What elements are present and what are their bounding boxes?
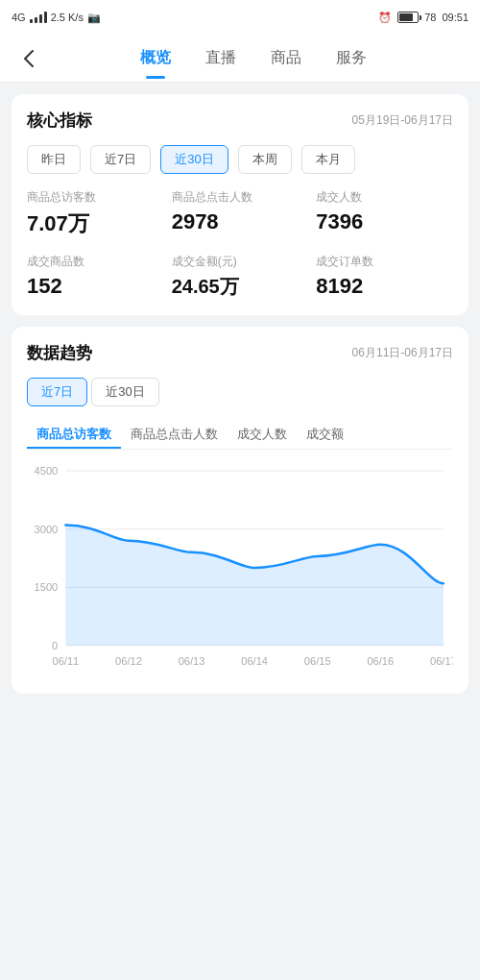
metric-tab-visitors[interactable]: 商品总访客数	[27, 420, 121, 449]
nav-bar: 概览 直播 商品 服务	[0, 35, 480, 83]
metric-sold-products: 成交商品数 152	[27, 254, 164, 300]
filter-yesterday[interactable]: 昨日	[27, 145, 81, 174]
tab-overview[interactable]: 概览	[123, 35, 188, 83]
chart-filter-row: 近7日 近30日	[27, 378, 453, 406]
svg-text:06/11: 06/11	[52, 655, 79, 667]
metric-sales-amount: 成交金额(元) 24.65万	[172, 254, 309, 300]
data-trend-title: 数据趋势	[27, 342, 92, 364]
tab-products[interactable]: 商品	[253, 35, 319, 83]
battery-icon	[397, 12, 419, 23]
data-trend-date: 06月11日-06月17日	[352, 345, 453, 361]
metric-order-count: 成交订单数 8192	[316, 254, 453, 300]
carrier-label: 4G	[12, 12, 26, 23]
data-trend-card: 数据趋势 06月11日-06月17日 近7日 近30日 商品总访客数 商品总点击…	[12, 327, 468, 694]
extra-icon: 📷	[87, 12, 101, 24]
core-metrics-header: 核心指标 05月19日-06月17日	[27, 110, 453, 132]
nav-tabs: 概览 直播 商品 服务	[42, 35, 465, 83]
metric-scroll-tabs: 商品总访客数 商品总点击人数 成交人数 成交额	[27, 420, 453, 450]
filter-7days[interactable]: 近7日	[90, 145, 151, 174]
signal-icon	[30, 12, 47, 23]
svg-text:1500: 1500	[35, 581, 59, 593]
svg-text:06/16: 06/16	[367, 655, 394, 667]
svg-text:06/13: 06/13	[179, 655, 205, 667]
metric-tab-clicks[interactable]: 商品总点击人数	[121, 420, 228, 449]
metric-tab-more[interactable]: 成交额	[297, 420, 353, 449]
data-speed: 2.5 K/s	[51, 12, 84, 23]
core-metrics-card: 核心指标 05月19日-06月17日 昨日 近7日 近30日 本周 本月 商品总…	[12, 94, 468, 315]
core-metrics-title: 核心指标	[27, 110, 92, 132]
battery-percent: 78	[424, 12, 436, 23]
svg-text:4500: 4500	[35, 465, 59, 477]
svg-text:06/14: 06/14	[241, 655, 268, 667]
svg-text:06/15: 06/15	[304, 655, 331, 667]
main-content: 核心指标 05月19日-06月17日 昨日 近7日 近30日 本周 本月 商品总…	[0, 83, 480, 705]
svg-text:0: 0	[52, 639, 58, 650]
status-bar: 4G 2.5 K/s 📷 ⏰ 78 09:51	[0, 0, 480, 35]
filter-thisweek[interactable]: 本周	[238, 145, 292, 174]
metric-total-visitors: 商品总访客数 7.07万	[27, 189, 164, 238]
chart-container: 4500 3000 1500 0 06/11 06/12 06/13 06/14…	[27, 461, 453, 678]
metrics-grid: 商品总访客数 7.07万 商品总点击人数 2978 成交人数 7396 成交商品…	[27, 189, 453, 300]
chart-filter-30days[interactable]: 近30日	[91, 378, 158, 406]
svg-text:06/12: 06/12	[115, 655, 142, 667]
alarm-icon: ⏰	[378, 12, 392, 24]
filter-thismonth[interactable]: 本月	[301, 145, 355, 174]
tab-services[interactable]: 服务	[319, 35, 384, 83]
back-button[interactable]	[15, 45, 42, 72]
filter-30days[interactable]: 近30日	[160, 145, 228, 174]
chart-filter-7days[interactable]: 近7日	[27, 378, 87, 406]
core-metrics-date: 05月19日-06月17日	[352, 112, 453, 129]
tab-live[interactable]: 直播	[188, 35, 253, 83]
metric-tab-transactions[interactable]: 成交人数	[228, 420, 297, 449]
svg-text:3000: 3000	[35, 523, 59, 534]
data-trend-header: 数据趋势 06月11日-06月17日	[27, 342, 453, 364]
metric-transactions: 成交人数 7396	[316, 189, 453, 238]
clock: 09:51	[442, 12, 468, 23]
status-left: 4G 2.5 K/s 📷	[12, 12, 101, 24]
core-filter-row: 昨日 近7日 近30日 本周 本月	[27, 145, 453, 174]
metric-total-clicks: 商品总点击人数 2978	[172, 189, 309, 238]
svg-text:06/17: 06/17	[430, 655, 453, 667]
status-right: ⏰ 78 09:51	[378, 12, 468, 24]
